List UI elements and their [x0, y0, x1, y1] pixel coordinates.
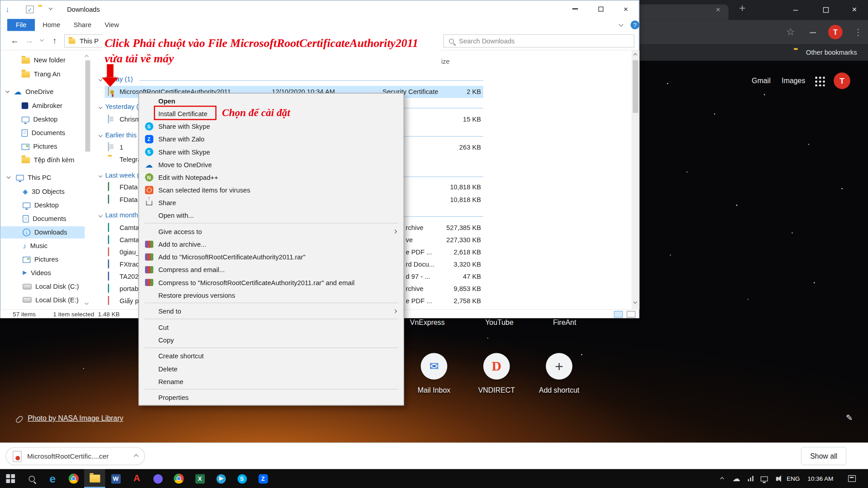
- shortcut-label-youtube[interactable]: YouTube: [466, 318, 533, 326]
- scroll-up-icon[interactable]: [633, 53, 637, 57]
- sidebar-item-pictures-2[interactable]: Pictures: [23, 253, 58, 266]
- sidebar-item-music[interactable]: ♪Music: [23, 239, 47, 252]
- new-tab-button[interactable]: +: [739, 2, 745, 14]
- taskbar-skype[interactable]: S: [231, 469, 253, 488]
- browser-maximize-icon[interactable]: [823, 7, 829, 13]
- sidebar-item-documents[interactable]: Documents: [22, 127, 65, 139]
- menu-item-move-to-onedrive[interactable]: ☁Move to OneDrive: [140, 158, 403, 171]
- taskbar-zalo[interactable]: Z: [252, 469, 274, 488]
- recent-locations-icon[interactable]: [40, 38, 44, 42]
- sidebar-item-amibroker[interactable]: Amibroker: [22, 99, 62, 112]
- sidebar-item-local-disk-e[interactable]: Local Disk (E:): [23, 294, 79, 306]
- sidebar-item-downloads[interactable]: ↓Downloads: [23, 226, 67, 239]
- show-all-button[interactable]: Show all: [801, 447, 846, 465]
- sidebar-item-onedrive[interactable]: ☁OneDrive: [14, 86, 54, 98]
- menu-item-compress-and-email[interactable]: Compress and email...: [140, 263, 403, 276]
- browser-tab[interactable]: [637, 5, 728, 20]
- edit-background-icon[interactable]: ✎: [846, 413, 853, 422]
- browser-minimize-icon[interactable]: –: [793, 5, 798, 14]
- download-item[interactable]: MicrosoftRootCertific....cer: [5, 447, 145, 465]
- taskbar-chrome-2[interactable]: [168, 469, 189, 488]
- add-shortcut-button[interactable]: +: [546, 353, 572, 380]
- scrollbar-thumb[interactable]: [633, 60, 638, 113]
- shortcut-vndirect[interactable]: D: [483, 353, 510, 380]
- sidebar-scrollbar-thumb[interactable]: [85, 60, 90, 151]
- sidebar-item-desktop-2[interactable]: Desktop: [23, 199, 59, 211]
- menu-item-create-shortcut[interactable]: Create shortcut: [140, 350, 403, 362]
- taskbar-amibroker[interactable]: A: [126, 469, 147, 488]
- close-button[interactable]: ×: [613, 0, 639, 17]
- photo-credit-link[interactable]: Photo by NASA Image Library: [28, 414, 123, 422]
- sidebar-item-documents-2[interactable]: Documents: [23, 212, 66, 225]
- sidebar-item-videos[interactable]: ▶Videos: [23, 267, 51, 279]
- browser-close-icon[interactable]: ×: [852, 5, 857, 14]
- sidebar-item-desktop[interactable]: Desktop: [22, 113, 58, 126]
- sidebar-item-tep-dinh-kem[interactable]: Tệp đính kèm: [22, 154, 75, 166]
- menu-item-delete[interactable]: Delete: [140, 362, 403, 375]
- sidebar-scroll-down-icon[interactable]: [85, 301, 89, 305]
- shortcut-mail-inbox[interactable]: ✉: [421, 353, 448, 380]
- menu-item-share-with-zalo[interactable]: ZShare with Zalo: [140, 133, 403, 145]
- back-icon[interactable]: ←: [10, 35, 19, 45]
- action-center-button[interactable]: [844, 469, 860, 488]
- search-box[interactable]: Search Downloads: [443, 34, 634, 47]
- help-icon[interactable]: ?: [631, 20, 640, 29]
- start-button[interactable]: [0, 469, 21, 488]
- menu-item-copy[interactable]: Copy: [140, 333, 403, 346]
- profile-avatar[interactable]: T: [828, 25, 843, 39]
- sidebar-item-this-pc[interactable]: This PC: [16, 172, 52, 184]
- menu-item-send-to[interactable]: Send to: [140, 305, 403, 318]
- taskbar-word[interactable]: W: [105, 469, 127, 488]
- tray-onedrive-icon[interactable]: ☁: [730, 469, 743, 488]
- menu-item-restore-previous-versions[interactable]: Restore previous versions: [140, 289, 403, 301]
- menu-item-properties[interactable]: Properties: [140, 391, 403, 404]
- this-pc-expand-icon[interactable]: [7, 175, 11, 179]
- sidebar-item-3d-objects[interactable]: ◆3D Objects: [23, 185, 65, 197]
- apps-grid-icon[interactable]: [814, 75, 825, 86]
- taskbar-viber[interactable]: [147, 469, 169, 488]
- minimize-button[interactable]: [562, 0, 588, 17]
- taskbar-telegram[interactable]: [210, 469, 231, 488]
- bookmark-star-icon[interactable]: ☆: [786, 26, 795, 38]
- group-header-today[interactable]: Today (1): [99, 74, 483, 84]
- thumbnail-view-icon[interactable]: [627, 311, 636, 318]
- onedrive-expand-icon[interactable]: [5, 89, 9, 93]
- titlebar-caret-icon[interactable]: [49, 6, 53, 10]
- ribbon-file-tab[interactable]: File: [7, 19, 35, 31]
- menu-item-add-to-archive[interactable]: Add to archive...: [140, 238, 403, 251]
- taskbar-explorer[interactable]: [84, 469, 105, 488]
- maximize-button[interactable]: [588, 0, 614, 17]
- tray-expand-icon[interactable]: [715, 469, 728, 488]
- tray-signal-icon[interactable]: [744, 469, 757, 488]
- sidebar-scroll-up-icon[interactable]: [85, 55, 89, 59]
- ribbon-expand-icon[interactable]: [619, 22, 623, 27]
- clock[interactable]: 10:36 AM: [803, 469, 838, 488]
- profile-avatar-page[interactable]: T: [834, 72, 850, 89]
- menu-item-open-with[interactable]: Open with...: [140, 209, 403, 222]
- menu-item-edit-with-notepad[interactable]: NEdit with Notepad++: [140, 171, 403, 183]
- forward-icon[interactable]: →: [25, 35, 33, 45]
- other-bookmarks[interactable]: Other bookmarks: [806, 49, 857, 56]
- taskbar-excel[interactable]: X: [189, 469, 211, 488]
- taskbar-search-button[interactable]: [21, 469, 42, 488]
- tab-close-icon[interactable]: ×: [716, 5, 720, 14]
- browser-menu-icon[interactable]: ⋮: [854, 27, 863, 38]
- quick-access-check-icon[interactable]: ✓: [26, 5, 34, 13]
- sidebar-item-trang-an[interactable]: Trang An: [22, 68, 61, 80]
- menu-item-share-with-skype[interactable]: SShare with Skype: [140, 120, 403, 133]
- menu-item-scan-viruses[interactable]: Scan selected items for viruses: [140, 184, 403, 197]
- scrollbar[interactable]: [632, 50, 639, 309]
- menu-item-compress-to-rar-and-email[interactable]: Compress to "MicrosoftRootCertificateAut…: [140, 276, 403, 289]
- tray-volume-icon[interactable]: [770, 469, 783, 488]
- menu-item-share-with-skype-2[interactable]: SShare with Skype: [140, 145, 403, 158]
- ribbon-tab-home[interactable]: Home: [42, 21, 60, 29]
- menu-item-give-access-to[interactable]: Give access to: [140, 225, 403, 238]
- tray-network-icon[interactable]: [757, 469, 770, 488]
- images-link[interactable]: Images: [782, 76, 805, 84]
- menu-item-add-to-rar[interactable]: Add to "MicrosoftRootCertificateAuthorit…: [140, 251, 403, 263]
- up-icon[interactable]: ↑: [52, 35, 57, 45]
- shortcut-label-fireant[interactable]: FireAnt: [532, 318, 598, 326]
- scroll-down-icon[interactable]: [633, 300, 637, 304]
- download-caret-icon[interactable]: [134, 454, 138, 458]
- sidebar-item-local-disk-c[interactable]: Local Disk (C:): [23, 281, 79, 293]
